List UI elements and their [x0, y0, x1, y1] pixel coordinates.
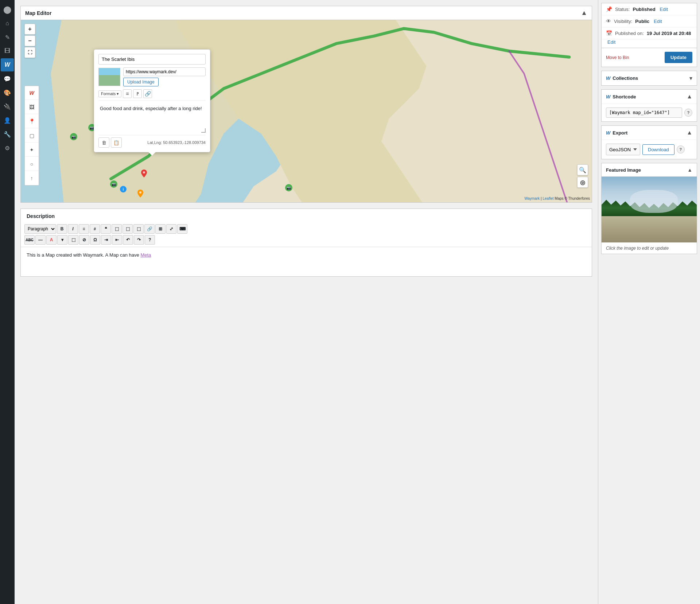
- plugins-icon[interactable]: 🔌: [1, 100, 14, 113]
- search-map-button[interactable]: 🔍: [577, 164, 588, 175]
- download-button[interactable]: Download: [642, 144, 674, 155]
- editor-content-link[interactable]: Meta: [140, 252, 151, 258]
- visibility-edit-link[interactable]: Edit: [654, 19, 662, 24]
- keyboard-button[interactable]: ⌨: [177, 224, 187, 234]
- waymark-tool-button[interactable]: W: [25, 86, 39, 100]
- image-tool-button[interactable]: 🖼: [25, 100, 39, 114]
- map-container[interactable]: + − ⛶ W 🖼 📍 ▢ ✦ ○ ↑: [21, 20, 592, 202]
- export-content: GeoJSON KML GPX Download ?: [602, 140, 697, 159]
- status-row: 📌 Status: Published Edit: [602, 3, 697, 15]
- status-edit-link[interactable]: Edit: [660, 7, 668, 12]
- strikethrough-button[interactable]: ABC: [24, 235, 35, 245]
- shortcode-input[interactable]: [606, 108, 682, 118]
- posts-icon[interactable]: ✎: [1, 31, 14, 44]
- unordered-list-button[interactable]: ≡: [79, 224, 89, 234]
- waymark-link[interactable]: Waymark: [524, 196, 540, 200]
- collections-header[interactable]: W Collections ▾: [602, 71, 697, 85]
- marker-camera-4[interactable]: 📷: [285, 184, 292, 191]
- popup-content-text: Good food and drink, especially after a …: [100, 106, 202, 111]
- users-icon[interactable]: 👤: [1, 114, 14, 127]
- align-left-button[interactable]: ⬚: [112, 224, 122, 234]
- undo-button[interactable]: ↶: [123, 235, 133, 245]
- shortcode-help-button[interactable]: ?: [684, 109, 692, 117]
- star-tool-button[interactable]: ✦: [25, 143, 39, 157]
- popup-toolbar: Formats ▾ ≡ ⁋ 🔗: [98, 89, 206, 101]
- box-tool-button[interactable]: ▢: [25, 129, 39, 143]
- media-icon[interactable]: 🎞: [1, 44, 14, 58]
- marker-red-1[interactable]: [141, 169, 147, 179]
- text-color-dropdown[interactable]: ▾: [57, 235, 67, 245]
- table-button[interactable]: ⊞: [155, 224, 166, 234]
- popup-formats-button[interactable]: Formats ▾: [98, 90, 121, 97]
- marker-orange-1[interactable]: [137, 190, 143, 199]
- update-button[interactable]: Update: [665, 52, 692, 63]
- appearance-icon[interactable]: 🎨: [1, 86, 14, 99]
- circle-tool-button[interactable]: ○: [25, 157, 39, 171]
- featured-image-title: Featured Image: [606, 167, 641, 173]
- popup-delete-button[interactable]: 🗑: [98, 137, 109, 148]
- pin-tool-button[interactable]: 📍: [25, 114, 39, 128]
- marker-info[interactable]: i: [120, 186, 127, 192]
- featured-image-header[interactable]: Featured Image ▲: [602, 163, 697, 177]
- shortcode-title: W Shortcode: [606, 94, 636, 100]
- special-chars-button[interactable]: Ω: [90, 235, 100, 245]
- horizontal-rule-button[interactable]: —: [35, 235, 46, 245]
- indent-button[interactable]: ⇥: [101, 235, 111, 245]
- popup-upload-button[interactable]: Upload Image: [123, 78, 159, 86]
- export-help-button[interactable]: ?: [677, 145, 685, 153]
- fullscreen-button[interactable]: ⛶: [24, 47, 35, 58]
- popup-url-input[interactable]: [123, 67, 206, 76]
- blockquote-button[interactable]: ❝: [101, 224, 111, 234]
- popup-link-icon[interactable]: 🔗: [143, 89, 152, 98]
- paragraph-select[interactable]: Paragraph: [24, 224, 56, 234]
- zoom-out-button[interactable]: −: [24, 35, 35, 46]
- export-header[interactable]: W Export ▲: [602, 126, 697, 140]
- map-editor-toggle[interactable]: ▲: [581, 9, 587, 17]
- comments-icon[interactable]: 💬: [1, 72, 14, 85]
- bold-button[interactable]: B: [57, 224, 67, 234]
- shortcode-toggle[interactable]: ▲: [687, 93, 692, 100]
- export-toggle[interactable]: ▲: [687, 129, 692, 136]
- italic-button[interactable]: I: [68, 224, 78, 234]
- published-row: 📅 Published on: 19 Jul 2019 at 20:48: [602, 27, 697, 39]
- popup-ul-icon[interactable]: ≡: [123, 89, 132, 98]
- popup-ol-icon[interactable]: ⁋: [133, 89, 142, 98]
- locate-button[interactable]: ◎: [577, 177, 588, 188]
- link-button[interactable]: 🔗: [144, 224, 155, 234]
- clear-format-button[interactable]: ⊘: [79, 235, 89, 245]
- tools-icon[interactable]: 🔧: [1, 128, 14, 141]
- editor-toolbar: Paragraph B I ≡ # ❝ ⬚ ⬚ ⬚ 🔗 ⊞ ⤢ ⌨ ABC — …: [21, 222, 592, 247]
- align-center-button[interactable]: ⬚: [122, 224, 133, 234]
- shortcode-header[interactable]: W Shortcode ▲: [602, 90, 697, 104]
- popup-copy-button[interactable]: 📋: [111, 137, 122, 148]
- popup-title-input[interactable]: [98, 54, 206, 65]
- ordered-list-button[interactable]: #: [90, 224, 100, 234]
- marker-camera-1[interactable]: 📷: [70, 133, 77, 140]
- text-color-button[interactable]: A: [46, 235, 57, 245]
- dashboard-icon[interactable]: ⌂: [1, 17, 14, 30]
- featured-image-img[interactable]: [602, 177, 697, 242]
- collections-toggle[interactable]: ▾: [689, 75, 692, 82]
- export-format-select[interactable]: GeoJSON KML GPX: [606, 144, 640, 155]
- outdent-button[interactable]: ⇤: [112, 235, 122, 245]
- redo-button[interactable]: ↷: [134, 235, 144, 245]
- export-title-text: Export: [612, 130, 627, 136]
- visibility-icon: 👁: [606, 18, 611, 24]
- fullscreen-editor-button[interactable]: ⤢: [166, 224, 176, 234]
- settings-icon[interactable]: ⚙: [1, 141, 14, 155]
- published-edit-link[interactable]: Edit: [607, 39, 615, 45]
- paste-text-button[interactable]: ⬚: [68, 235, 78, 245]
- editor-content[interactable]: This is a Map created with Waymark. A Ma…: [21, 247, 592, 276]
- marker-camera-3[interactable]: 📷: [110, 180, 117, 188]
- waymark-icon[interactable]: W: [1, 58, 14, 71]
- upload-tool-button[interactable]: ↑: [25, 171, 39, 185]
- help-editor-button[interactable]: ?: [145, 235, 155, 245]
- move-to-bin-link[interactable]: Move to Bin: [606, 55, 629, 60]
- popup-content[interactable]: Good food and drink, especially after a …: [98, 104, 206, 133]
- align-right-button[interactable]: ⬚: [133, 224, 144, 234]
- zoom-in-button[interactable]: +: [24, 24, 35, 35]
- wordpress-logo-icon[interactable]: ⬤: [1, 3, 14, 16]
- featured-image-toggle[interactable]: ▲: [687, 167, 692, 173]
- leaflet-link[interactable]: Leaflet: [543, 196, 554, 200]
- popup-url-section: Upload Image: [123, 67, 206, 86]
